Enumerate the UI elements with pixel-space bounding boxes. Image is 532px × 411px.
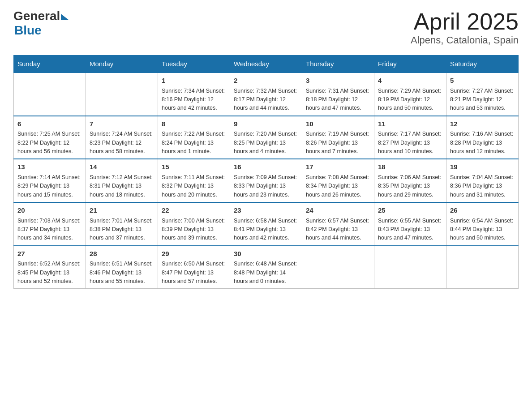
calendar-cell: 14Sunrise: 7:12 AM Sunset: 8:31 PM Dayli… — [86, 159, 158, 202]
day-info: Sunrise: 7:24 AM Sunset: 8:23 PM Dayligh… — [90, 130, 154, 156]
calendar-header-tuesday: Tuesday — [158, 56, 230, 73]
day-info: Sunrise: 6:58 AM Sunset: 8:41 PM Dayligh… — [234, 217, 298, 243]
calendar-cell: 22Sunrise: 7:00 AM Sunset: 8:39 PM Dayli… — [158, 202, 230, 246]
calendar-cell — [302, 246, 374, 289]
calendar-header-saturday: Saturday — [446, 56, 519, 73]
day-number: 9 — [234, 119, 298, 129]
calendar-header-row: SundayMondayTuesdayWednesdayThursdayFrid… — [14, 56, 519, 73]
day-number: 12 — [450, 119, 515, 129]
day-info: Sunrise: 7:22 AM Sunset: 8:24 PM Dayligh… — [162, 130, 226, 156]
day-number: 22 — [162, 206, 226, 216]
calendar-cell: 28Sunrise: 6:51 AM Sunset: 8:46 PM Dayli… — [86, 246, 158, 289]
calendar-cell: 5Sunrise: 7:27 AM Sunset: 8:21 PM Daylig… — [446, 73, 519, 116]
calendar-cell: 12Sunrise: 7:16 AM Sunset: 8:28 PM Dayli… — [446, 116, 519, 159]
day-info: Sunrise: 7:16 AM Sunset: 8:28 PM Dayligh… — [450, 130, 515, 156]
day-number: 8 — [162, 119, 226, 129]
day-info: Sunrise: 7:19 AM Sunset: 8:26 PM Dayligh… — [306, 130, 370, 156]
calendar-header-monday: Monday — [86, 56, 158, 73]
day-number: 10 — [306, 119, 370, 129]
day-number: 4 — [378, 76, 442, 86]
calendar-week-row: 6Sunrise: 7:25 AM Sunset: 8:22 PM Daylig… — [14, 116, 519, 159]
day-number: 1 — [162, 76, 226, 86]
calendar-table: SundayMondayTuesdayWednesdayThursdayFrid… — [13, 55, 519, 289]
calendar-cell: 20Sunrise: 7:03 AM Sunset: 8:37 PM Dayli… — [14, 202, 86, 246]
logo: General Blue — [13, 9, 69, 38]
calendar-cell: 30Sunrise: 6:48 AM Sunset: 8:48 PM Dayli… — [230, 246, 302, 289]
calendar-header-friday: Friday — [374, 56, 446, 73]
calendar-cell: 25Sunrise: 6:55 AM Sunset: 8:43 PM Dayli… — [374, 202, 446, 246]
calendar-cell: 1Sunrise: 7:34 AM Sunset: 8:16 PM Daylig… — [158, 73, 230, 116]
calendar-cell: 13Sunrise: 7:14 AM Sunset: 8:29 PM Dayli… — [14, 159, 86, 202]
calendar-cell: 2Sunrise: 7:32 AM Sunset: 8:17 PM Daylig… — [230, 73, 302, 116]
day-info: Sunrise: 7:27 AM Sunset: 8:21 PM Dayligh… — [450, 87, 515, 113]
day-info: Sunrise: 7:31 AM Sunset: 8:18 PM Dayligh… — [306, 87, 370, 113]
day-number: 28 — [90, 249, 154, 259]
calendar-header-thursday: Thursday — [302, 56, 374, 73]
day-info: Sunrise: 6:50 AM Sunset: 8:47 PM Dayligh… — [162, 260, 226, 286]
day-number: 26 — [450, 206, 515, 216]
calendar-cell — [374, 246, 446, 289]
day-info: Sunrise: 7:14 AM Sunset: 8:29 PM Dayligh… — [17, 173, 82, 199]
calendar-cell: 9Sunrise: 7:20 AM Sunset: 8:25 PM Daylig… — [230, 116, 302, 159]
calendar-cell: 7Sunrise: 7:24 AM Sunset: 8:23 PM Daylig… — [86, 116, 158, 159]
day-number: 20 — [17, 206, 82, 216]
day-info: Sunrise: 6:52 AM Sunset: 8:45 PM Dayligh… — [17, 260, 82, 286]
calendar-cell: 17Sunrise: 7:08 AM Sunset: 8:34 PM Dayli… — [302, 159, 374, 202]
day-number: 7 — [90, 119, 154, 129]
day-info: Sunrise: 7:12 AM Sunset: 8:31 PM Dayligh… — [90, 173, 154, 199]
day-info: Sunrise: 7:09 AM Sunset: 8:33 PM Dayligh… — [234, 173, 298, 199]
day-number: 16 — [234, 162, 298, 172]
day-number: 17 — [306, 162, 370, 172]
calendar-cell: 26Sunrise: 6:54 AM Sunset: 8:44 PM Dayli… — [446, 202, 519, 246]
day-number: 27 — [17, 249, 82, 259]
day-info: Sunrise: 7:00 AM Sunset: 8:39 PM Dayligh… — [162, 217, 226, 243]
day-number: 13 — [17, 162, 82, 172]
day-number: 23 — [234, 206, 298, 216]
day-info: Sunrise: 7:17 AM Sunset: 8:27 PM Dayligh… — [378, 130, 442, 156]
day-number: 29 — [162, 249, 226, 259]
calendar-cell: 6Sunrise: 7:25 AM Sunset: 8:22 PM Daylig… — [14, 116, 86, 159]
calendar-header-sunday: Sunday — [14, 56, 86, 73]
calendar-week-row: 20Sunrise: 7:03 AM Sunset: 8:37 PM Dayli… — [14, 202, 519, 246]
day-info: Sunrise: 6:51 AM Sunset: 8:46 PM Dayligh… — [90, 260, 154, 286]
calendar-cell: 3Sunrise: 7:31 AM Sunset: 8:18 PM Daylig… — [302, 73, 374, 116]
day-info: Sunrise: 7:01 AM Sunset: 8:38 PM Dayligh… — [90, 217, 154, 243]
calendar-week-row: 13Sunrise: 7:14 AM Sunset: 8:29 PM Dayli… — [14, 159, 519, 202]
calendar-cell: 24Sunrise: 6:57 AM Sunset: 8:42 PM Dayli… — [302, 202, 374, 246]
day-number: 19 — [450, 162, 515, 172]
day-number: 30 — [234, 249, 298, 259]
calendar-cell: 15Sunrise: 7:11 AM Sunset: 8:32 PM Dayli… — [158, 159, 230, 202]
day-number: 2 — [234, 76, 298, 86]
calendar-cell: 18Sunrise: 7:06 AM Sunset: 8:35 PM Dayli… — [374, 159, 446, 202]
calendar-header-wednesday: Wednesday — [230, 56, 302, 73]
day-info: Sunrise: 6:54 AM Sunset: 8:44 PM Dayligh… — [450, 217, 515, 243]
calendar-week-row: 1Sunrise: 7:34 AM Sunset: 8:16 PM Daylig… — [14, 73, 519, 116]
day-number: 25 — [378, 206, 442, 216]
day-number: 6 — [17, 119, 82, 129]
calendar-week-row: 27Sunrise: 6:52 AM Sunset: 8:45 PM Dayli… — [14, 246, 519, 289]
day-info: Sunrise: 7:03 AM Sunset: 8:37 PM Dayligh… — [17, 217, 82, 243]
day-info: Sunrise: 7:08 AM Sunset: 8:34 PM Dayligh… — [306, 173, 370, 199]
day-info: Sunrise: 6:55 AM Sunset: 8:43 PM Dayligh… — [378, 217, 442, 243]
page-title: April 2025 — [411, 9, 519, 34]
calendar-cell: 10Sunrise: 7:19 AM Sunset: 8:26 PM Dayli… — [302, 116, 374, 159]
calendar-cell: 11Sunrise: 7:17 AM Sunset: 8:27 PM Dayli… — [374, 116, 446, 159]
calendar-cell: 27Sunrise: 6:52 AM Sunset: 8:45 PM Dayli… — [14, 246, 86, 289]
day-number: 21 — [90, 206, 154, 216]
day-info: Sunrise: 7:25 AM Sunset: 8:22 PM Dayligh… — [17, 130, 82, 156]
calendar-cell: 16Sunrise: 7:09 AM Sunset: 8:33 PM Dayli… — [230, 159, 302, 202]
day-number: 15 — [162, 162, 226, 172]
calendar-cell: 21Sunrise: 7:01 AM Sunset: 8:38 PM Dayli… — [86, 202, 158, 246]
day-info: Sunrise: 7:34 AM Sunset: 8:16 PM Dayligh… — [162, 87, 226, 113]
day-number: 24 — [306, 206, 370, 216]
calendar-cell: 23Sunrise: 6:58 AM Sunset: 8:41 PM Dayli… — [230, 202, 302, 246]
day-number: 5 — [450, 76, 515, 86]
title-block: April 2025 Alpens, Catalonia, Spain — [411, 9, 519, 46]
day-info: Sunrise: 7:06 AM Sunset: 8:35 PM Dayligh… — [378, 173, 442, 199]
day-info: Sunrise: 7:20 AM Sunset: 8:25 PM Dayligh… — [234, 130, 298, 156]
calendar-cell: 19Sunrise: 7:04 AM Sunset: 8:36 PM Dayli… — [446, 159, 519, 202]
calendar-cell — [86, 73, 158, 116]
calendar-cell: 4Sunrise: 7:29 AM Sunset: 8:19 PM Daylig… — [374, 73, 446, 116]
day-info: Sunrise: 6:57 AM Sunset: 8:42 PM Dayligh… — [306, 217, 370, 243]
day-number: 11 — [378, 119, 442, 129]
